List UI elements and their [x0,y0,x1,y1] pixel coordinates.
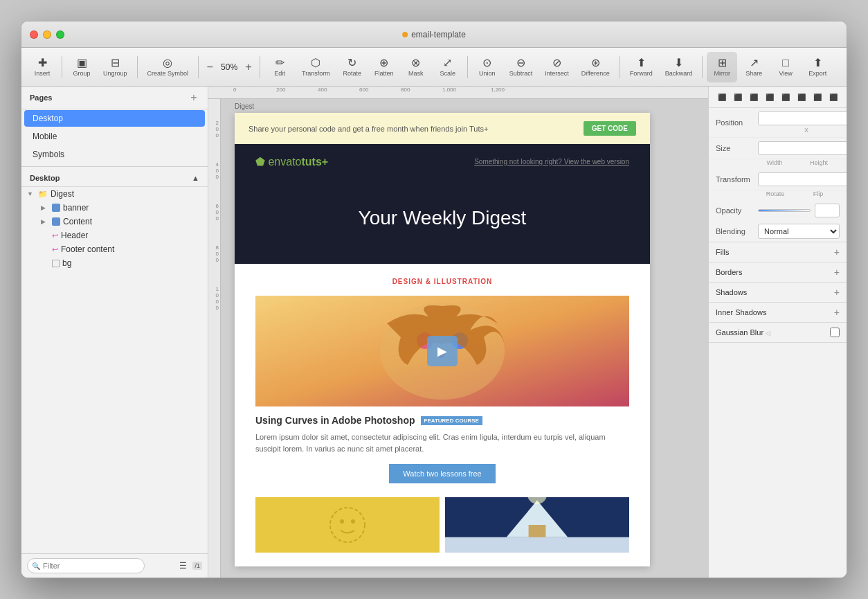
email-banner: Share your personal code and get a free … [235,113,650,144]
ruler-vertical: 200 400 600 800 1000 [208,99,221,578]
separator-1 [62,56,62,78]
rotate-label-row: Rotate Flip [709,190,847,200]
view-button[interactable]: □ View [770,52,801,82]
ruler-mark-1000: 1,000 [442,87,456,93]
ungroup-button[interactable]: ⊟ Ungroup [98,52,133,82]
add-page-button[interactable]: + [188,92,199,103]
folder-icon: 📁 [38,190,48,199]
insert-button[interactable]: ✚ Insert [27,52,57,82]
blending-select[interactable]: Normal Multiply Screen Overlay [758,224,840,239]
scale-button[interactable]: ⤢ Scale [433,52,463,82]
inner-shadows-section[interactable]: Inner Shadows + [709,303,847,323]
align-left-button[interactable]: ⬛ [716,91,728,103]
layer-bg[interactable]: bg [21,256,208,270]
group-button[interactable]: ▣ Group [66,52,97,82]
layer-header[interactable]: ↩ Header [21,229,208,242]
filter-input[interactable] [27,558,145,573]
zoom-minus-button[interactable]: − [203,60,217,74]
email-header-link[interactable]: Something not looking right? View the we… [474,158,629,166]
width-label: Width [716,159,795,166]
transform-button[interactable]: ⬡ Transform [296,52,336,82]
align-center-h-button[interactable]: ⬛ [732,91,744,103]
separator-5 [467,56,468,78]
shadows-section[interactable]: Shadows + [709,283,847,303]
position-label: Position [716,118,754,127]
fills-section[interactable]: Fills + [709,242,847,262]
union-button[interactable]: ⊙ Union [472,52,503,82]
svg-point-7 [351,519,355,524]
align-top-button[interactable]: ⬛ [763,91,776,103]
minimize-btn[interactable] [43,30,51,39]
zoom-plus-button[interactable]: + [242,60,255,74]
blending-row: Blending Normal Multiply Screen Overlay [709,221,847,242]
rotate-button[interactable]: ↻ Rotate [337,52,368,82]
mask-button[interactable]: ⊗ Mask [401,52,431,82]
email-body: DESIGN & ILLUSTRATION [235,264,650,566]
layer-digest[interactable]: ▼ 📁 Digest [21,187,208,201]
ruler-mark-200: 200 [276,87,285,93]
rotate-input[interactable] [758,172,847,186]
ruler-mark-600: 600 [359,87,368,93]
email-hero-title: Your Weekly Digest [255,207,629,229]
layer-content[interactable]: ▶ Content [21,215,208,229]
width-input[interactable] [758,141,847,155]
backward-button[interactable]: ⬇ Backward [660,52,698,82]
gaussian-blur-checkbox[interactable] [830,328,840,337]
rotate-icon: ↻ [347,57,356,69]
shadows-add-icon[interactable]: + [834,287,840,297]
layers-list: ▼ 📁 Digest ▶ banner ▶ Content [21,187,208,270]
layers-view-button[interactable]: ☰ [176,559,190,573]
edit-button[interactable]: ✏ Edit [264,52,295,82]
page-mobile[interactable]: Mobile [24,128,205,145]
layer-footer[interactable]: ↩ Footer content [21,242,208,256]
align-center-v-button[interactable]: ⬛ [779,91,792,103]
ruler-mark-400: 400 [318,87,327,93]
distribute-h-button[interactable]: ⬛ [811,91,824,103]
borders-add-icon[interactable]: + [834,267,840,277]
opacity-input[interactable] [815,204,840,217]
intersect-button[interactable]: ⊘ Intersect [539,52,575,82]
email-hero: Your Weekly Digest [235,179,650,264]
svg-rect-9 [445,537,629,553]
email-cta-button[interactable]: Watch two lessons free [389,464,495,483]
flip-label: Flip [797,190,840,197]
subtract-button[interactable]: ⊖ Subtract [504,52,539,82]
align-right-button[interactable]: ⬛ [748,91,760,103]
inner-shadows-add-icon[interactable]: + [834,307,840,317]
close-btn[interactable] [30,30,38,39]
fills-add-icon[interactable]: + [834,247,840,257]
email-banner-button[interactable]: GET CODE [584,121,636,136]
smiley-icon [327,504,368,546]
mirror-button[interactable]: ⊞ Mirror [707,52,737,82]
email-thumbnails [255,497,629,553]
page-desktop[interactable]: Desktop [24,110,205,127]
ruler-mark-800: 800 [401,87,410,93]
layer-banner[interactable]: ▶ banner [21,201,208,215]
forward-button[interactable]: ⬆ Forward [624,52,658,82]
email-video-thumb[interactable]: ▶ [255,296,629,406]
opacity-slider[interactable] [758,209,811,212]
expand-arrow-banner: ▶ [41,204,49,211]
position-x-input[interactable] [758,111,847,125]
video-play-button[interactable]: ▶ [427,336,458,366]
unsaved-dot [402,32,408,37]
layers-up-button[interactable]: ▲ [192,174,199,182]
canvas-area[interactable]: 0 200 400 600 800 1,000 1,200 200 400 60… [208,87,708,578]
borders-section[interactable]: Borders + [709,262,847,283]
transform-icon: ⬡ [311,57,320,69]
difference-button[interactable]: ⊛ Difference [576,52,615,82]
align-bottom-button[interactable]: ⬛ [795,91,808,103]
distribute-v-button[interactable]: ⬛ [827,91,840,103]
size-label: Size [716,144,754,152]
left-sidebar: Pages + Desktop Mobile Symbols Desktop ▲… [21,87,208,578]
gaussian-blur-section[interactable]: Gaussian Blur ◁ [709,323,847,343]
page-symbols[interactable]: Symbols [24,146,205,163]
rotate-label: Rotate [716,190,797,197]
maximize-btn[interactable] [56,30,64,39]
create-symbol-button[interactable]: ◎ Create Symbol [142,52,195,82]
share-button[interactable]: ↗ Share [739,52,769,82]
gaussian-blur-label: Gaussian Blur ◁ [716,328,770,337]
export-button[interactable]: ⬆ Export [802,52,833,82]
flatten-button[interactable]: ⊕ Flatten [369,52,399,82]
opacity-row: Opacity [709,200,847,221]
